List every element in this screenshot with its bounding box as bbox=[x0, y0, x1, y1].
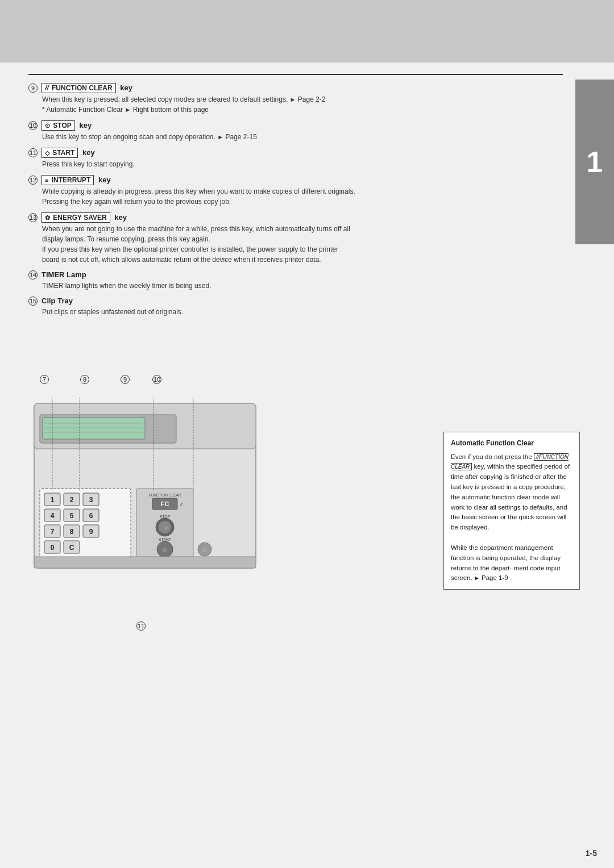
section-13-num: 13 bbox=[28, 213, 38, 222]
auto-clear-box: Automatic Function Clear Even if you do … bbox=[443, 432, 580, 590]
chapter-number: 1 bbox=[575, 80, 614, 244]
section-11-header: 11 ◇ START key bbox=[28, 148, 563, 158]
section-10-num: 10 bbox=[28, 121, 38, 130]
svg-text:◇: ◇ bbox=[163, 546, 167, 553]
section-13: 13 ✿ ENERGY SAVER key When you are not g… bbox=[28, 212, 563, 265]
section-15: 15 Clip Tray Put clips or staples unfast… bbox=[28, 297, 563, 317]
diag-label-10: 10 bbox=[152, 375, 161, 384]
energy-saver-key-label: ✿ ENERGY SAVER bbox=[42, 212, 110, 223]
svg-text:5: 5 bbox=[70, 512, 74, 520]
svg-text:8: 8 bbox=[70, 528, 74, 536]
diag-label-8: 8 bbox=[80, 375, 89, 384]
svg-text:3: 3 bbox=[89, 496, 93, 504]
svg-text:4: 4 bbox=[51, 512, 55, 520]
section-12: 12 ≡ INTERRUPT key While copying is alre… bbox=[28, 175, 563, 207]
section-9-header: 9 // FUNCTION CLEAR key bbox=[28, 83, 563, 93]
svg-text:FC: FC bbox=[161, 500, 169, 507]
section-14-num: 14 bbox=[28, 270, 38, 279]
diagram-top-labels: 7 8 9 10 bbox=[40, 375, 161, 384]
svg-text:FUNCTION CLEAR: FUNCTION CLEAR bbox=[148, 493, 181, 497]
diag-label-11: 11 bbox=[136, 621, 146, 631]
auto-clear-body: Even if you do not press the //FUNCTION … bbox=[451, 452, 572, 584]
section-9-num: 9 bbox=[28, 84, 38, 93]
svg-text:◇: ◇ bbox=[202, 546, 207, 553]
interrupt-key-label: ≡ INTERRUPT bbox=[42, 175, 94, 185]
stop-key-label: ⊙ STOP bbox=[42, 120, 75, 131]
page-number: 1-5 bbox=[586, 849, 597, 858]
section-15-body: Put clips or staples unfastened out of o… bbox=[28, 307, 563, 317]
svg-text:6: 6 bbox=[89, 512, 93, 520]
section-11-body: Press this key to start copying. bbox=[28, 159, 563, 169]
section-12-body: While copying is already in progress, pr… bbox=[28, 186, 563, 207]
top-banner bbox=[0, 0, 614, 62]
section-10: 10 ⊙ STOP key Use this key to stop an on… bbox=[28, 120, 563, 142]
svg-rect-3 bbox=[43, 418, 145, 439]
section-9-body: When this key is pressed, all selected c… bbox=[28, 94, 563, 115]
svg-rect-45 bbox=[34, 557, 256, 568]
svg-text:2: 2 bbox=[70, 496, 74, 504]
function-clear-key-label: // FUNCTION CLEAR bbox=[42, 83, 116, 93]
svg-text:1: 1 bbox=[51, 496, 55, 504]
svg-text:C: C bbox=[69, 544, 74, 552]
section-13-header: 13 ✿ ENERGY SAVER key bbox=[28, 212, 563, 223]
diag-label-9: 9 bbox=[121, 375, 130, 384]
auto-clear-title: Automatic Function Clear bbox=[451, 438, 572, 449]
diagram-area: 7 8 9 10 1 2 3 bbox=[28, 375, 313, 631]
section-11: 11 ◇ START key Press this key to start c… bbox=[28, 148, 563, 169]
section-14-body: TIMER lamp lights when the weekly timer … bbox=[28, 281, 563, 291]
section-10-header: 10 ⊙ STOP key bbox=[28, 120, 563, 131]
top-border bbox=[28, 74, 563, 75]
svg-text:9: 9 bbox=[89, 528, 93, 536]
svg-text:⊙: ⊙ bbox=[163, 525, 167, 531]
section-15-num: 15 bbox=[28, 297, 38, 306]
machine-svg: 1 2 3 4 5 6 7 8 9 0 C CLEAR bbox=[28, 386, 267, 596]
section-12-header: 12 ≡ INTERRUPT key bbox=[28, 175, 563, 185]
section-11-num: 11 bbox=[28, 148, 38, 157]
section-10-body: Use this key to stop an ongoing scan and… bbox=[28, 132, 563, 142]
svg-text:START: START bbox=[159, 537, 172, 541]
start-key-label: ◇ START bbox=[42, 148, 78, 158]
section-9: 9 // FUNCTION CLEAR key When this key is… bbox=[28, 83, 563, 115]
svg-text:7: 7 bbox=[51, 528, 55, 536]
section-13-body: When you are not going to use the machin… bbox=[28, 224, 563, 265]
diag-label-7: 7 bbox=[40, 375, 49, 384]
section-12-num: 12 bbox=[28, 176, 38, 185]
page-container: 1 9 // FUNCTION CLEAR key When this key … bbox=[0, 0, 614, 868]
svg-text:0: 0 bbox=[51, 544, 55, 552]
section-14: 14 TIMER Lamp TIMER lamp lights when the… bbox=[28, 270, 563, 291]
section-15-header: 15 Clip Tray bbox=[28, 297, 563, 306]
section-14-header: 14 TIMER Lamp bbox=[28, 270, 563, 279]
